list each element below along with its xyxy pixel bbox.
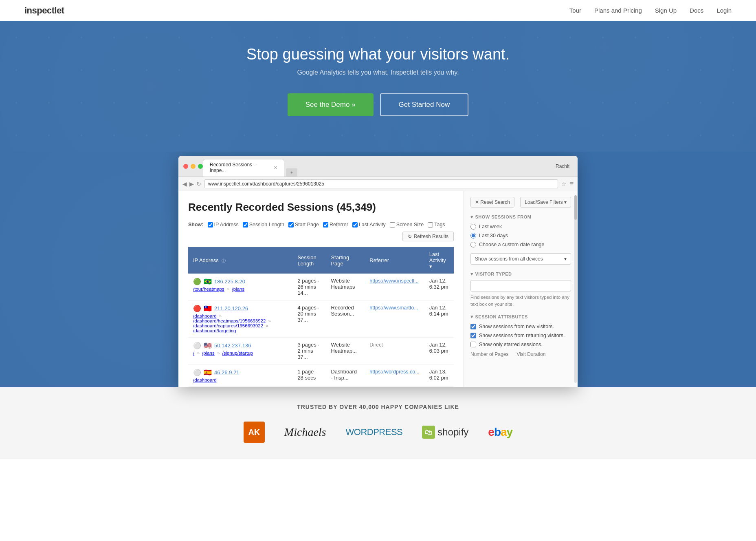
radio-custom-range[interactable]: Choose a custom date range	[470, 242, 571, 247]
hero-title: Stop guessing what your visitors want.	[8, 46, 748, 63]
hero-section: Stop guessing what your visitors want. G…	[0, 21, 756, 152]
nav-plans[interactable]: Plans and Pricing	[594, 7, 642, 14]
filter-tags[interactable]: Tags	[428, 222, 445, 227]
reset-search-button[interactable]: ✕ Reset Search	[470, 197, 514, 208]
attr-new-visitors[interactable]: Show sessions from new visitors.	[470, 324, 571, 329]
ip-link[interactable]: 211.20.120.26	[214, 305, 248, 311]
cell-referrer: https://wordpress.co...	[365, 364, 424, 387]
tab-close-icon[interactable]: ✕	[274, 165, 277, 170]
scrollbar-thumb[interactable]	[574, 195, 577, 220]
see-demo-button[interactable]: See the Demo »	[288, 93, 374, 116]
browser-body: Recently Recorded Sessions (45,349) Show…	[178, 191, 578, 387]
session-path: /dashboard » /dashboard/heatmaps/1956693…	[193, 314, 288, 333]
cell-starting-page: Website Heatmaps	[326, 274, 365, 300]
browser-section: Recorded Sessions - Inspe... ✕ + Rachit …	[0, 152, 756, 387]
cell-ip: ⚪ 🇺🇸 50.142.237.136 / » /plans » /	[188, 338, 292, 364]
cell-length: 2 pages · 26 mins 14...	[292, 274, 326, 300]
refresh-icon[interactable]: ↻	[196, 181, 201, 187]
cell-last-activity: Jan 12, 6:03 pm	[424, 338, 454, 364]
filter-ip[interactable]: IP Address	[208, 222, 239, 227]
nav-controls: ◀ ▶ ↻	[182, 181, 201, 187]
scrollbar-track[interactable]	[574, 195, 577, 383]
attr-returning-visitors[interactable]: Show sessions from returning visitors.	[470, 333, 571, 338]
cell-length: 1 page · 28 secs	[292, 364, 326, 387]
nav-signup[interactable]: Sign Up	[655, 7, 677, 14]
cell-referrer: https://www.smartto...	[365, 300, 424, 338]
header: inspectlet Tour Plans and Pricing Sign U…	[0, 0, 756, 21]
session-path: / » /plans » /signup/startup	[193, 351, 288, 356]
get-started-button[interactable]: Get Started Now	[380, 93, 469, 116]
load-save-button[interactable]: Load/Save Filters ▾	[520, 197, 571, 208]
browser-chrome: Recorded Sessions - Inspe... ✕ + Rachit	[178, 156, 578, 177]
session-attributes-section: SESSION ATTRIBUTES Show sessions from ne…	[470, 314, 571, 357]
cell-starting-page: Website Heatmap...	[326, 338, 365, 364]
visitor-typed-desc: Find sessions by any text visitors typed…	[470, 294, 571, 308]
browser-user: Rachit	[556, 163, 573, 172]
cell-last-activity: Jan 12, 6:32 pm	[424, 274, 454, 300]
company-logos: AK Michaels WORDPRESS 🛍 shopify ebay	[8, 422, 748, 443]
hero-subtitle: Google Analytics tells you what, Inspect…	[8, 69, 748, 76]
address-input[interactable]	[204, 179, 558, 188]
filter-session-length[interactable]: Session Length	[243, 222, 284, 227]
table-row: ⚪ 🇺🇸 50.142.237.136 / » /plans » /	[188, 338, 454, 364]
filter-screen-size[interactable]: Screen Size	[390, 222, 424, 227]
menu-icon[interactable]: ≡	[570, 180, 574, 188]
filter-referrer[interactable]: Referrer	[323, 222, 348, 227]
radio-last-30-days[interactable]: Last 30 days	[470, 233, 571, 238]
back-icon[interactable]: ◀	[182, 181, 187, 187]
dot-green	[198, 164, 203, 169]
wordpress-logo: WORDPRESS	[346, 427, 403, 437]
tab-label: Recorded Sessions - Inspe...	[210, 162, 270, 173]
col-ip[interactable]: IP Address ⓘ	[188, 247, 292, 274]
cell-last-activity: Jan 12, 6:14 pm	[424, 300, 454, 338]
show-sessions-from-header: SHOW SESSIONS FROM	[470, 214, 571, 220]
col-referrer[interactable]: Referrer	[365, 247, 424, 274]
col-session-length[interactable]: Session Length	[292, 247, 326, 274]
cell-starting-page: Recorded Session...	[326, 300, 365, 338]
attr-starred-sessions[interactable]: Show only starred sessions.	[470, 342, 571, 347]
ip-link[interactable]: 50.142.237.136	[214, 342, 251, 349]
active-tab[interactable]: Recorded Sessions - Inspe... ✕	[203, 159, 284, 177]
table-row: 🔴 🇹🇼 211.20.120.26 /dashboard » /dashboa…	[188, 300, 454, 338]
filter-start-page[interactable]: Start Page	[288, 222, 319, 227]
nav-tour[interactable]: Tour	[569, 7, 581, 14]
cell-length: 3 pages · 2 mins 37...	[292, 338, 326, 364]
sessions-table: IP Address ⓘ Session Length Starting Pag…	[188, 247, 454, 387]
col-starting-page[interactable]: Starting Page	[326, 247, 365, 274]
device-dropdown[interactable]: Show sessions from all devices ▾	[470, 253, 571, 265]
ebay-logo: ebay	[488, 426, 512, 439]
logo: inspectlet	[24, 5, 64, 16]
radio-last-week[interactable]: Last week	[470, 224, 571, 230]
refresh-button[interactable]: ↻ Refresh Results	[402, 232, 454, 241]
session-attrs-header: SESSION ATTRIBUTES	[470, 314, 571, 320]
nav-login[interactable]: Login	[716, 7, 732, 14]
chevron-down-icon: ▾	[564, 256, 567, 262]
session-path: /dashboard	[193, 378, 288, 382]
ak-logo: AK	[244, 422, 265, 443]
dot-red	[183, 164, 188, 169]
bookmark-icon[interactable]: ☆	[561, 181, 567, 187]
cell-starting-page: Dashboard - Insp...	[326, 364, 365, 387]
ip-link[interactable]: 46.26.9.21	[214, 369, 239, 375]
page-title: Recently Recorded Sessions (45,349)	[188, 201, 454, 214]
refresh-icon: ↻	[408, 234, 412, 239]
visitor-typed-input[interactable]	[470, 280, 571, 291]
browser-mockup: Recorded Sessions - Inspe... ✕ + Rachit …	[178, 156, 578, 387]
main-pane: Recently Recorded Sessions (45,349) Show…	[178, 191, 464, 387]
visitor-typed-section: VISITOR TYPED Find sessions by any text …	[470, 271, 571, 308]
date-range-group: Last week Last 30 days Choose a custom d…	[470, 224, 571, 247]
ip-link[interactable]: 186.225.8.20	[214, 278, 245, 285]
table-row: 🟢 🇧🇷 186.225.8.20 /tour/heatmaps » /plan…	[188, 274, 454, 300]
forward-icon[interactable]: ▶	[189, 181, 194, 187]
show-label: Show:	[188, 222, 204, 227]
table-row: ⚪ 🇪🇸 46.26.9.21 /dashboard 1 page · 28 s…	[188, 364, 454, 387]
col-last-activity[interactable]: Last Activity ▾	[424, 247, 454, 274]
right-panel: ✕ Reset Search Load/Save Filters ▾ SHOW …	[464, 191, 578, 387]
more-filters: Number of Pages Visit Duration	[470, 351, 571, 357]
browser-tabs: Recorded Sessions - Inspe... ✕ +	[203, 159, 297, 177]
right-panel-top: ✕ Reset Search Load/Save Filters ▾	[470, 197, 571, 208]
nav-docs[interactable]: Docs	[690, 7, 703, 14]
filter-last-activity[interactable]: Last Activity	[352, 222, 386, 227]
cell-referrer: https://www.inspectl...	[365, 274, 424, 300]
new-tab-button[interactable]: +	[286, 168, 297, 177]
